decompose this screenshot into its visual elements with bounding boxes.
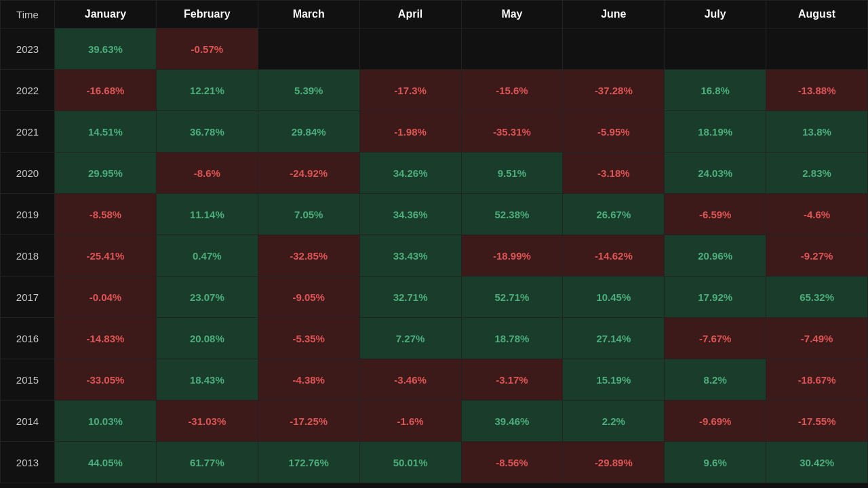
cell-2017-col2: 23.07% xyxy=(156,277,258,318)
cell-2023-col1: 39.63% xyxy=(55,28,157,70)
year-cell: 2019 xyxy=(1,194,55,235)
table-row: 2015-33.05%18.43%-4.38%-3.46%-3.17%15.19… xyxy=(1,359,868,401)
cell-2020-col1: 29.95% xyxy=(55,152,157,194)
cell-2021-col2: 36.78% xyxy=(156,111,258,152)
cell-2022-col6: -37.28% xyxy=(563,70,665,111)
cell-2020-col6: -3.18% xyxy=(563,152,665,194)
cell-2015-col6: 15.19% xyxy=(563,359,665,401)
cell-2023-col5 xyxy=(461,28,563,70)
performance-table: TimeJanuaryFebruaryMarchAprilMayJuneJuly… xyxy=(0,0,868,483)
cell-2021-col5: -35.31% xyxy=(461,111,563,152)
header-may: May xyxy=(461,1,563,28)
table-row: 202339.63%-0.57% xyxy=(1,28,868,70)
header-february: February xyxy=(156,1,258,28)
cell-2016-col2: 20.08% xyxy=(156,318,258,359)
table-row: 2018-25.41%0.47%-32.85%33.43%-18.99%-14.… xyxy=(1,235,868,277)
cell-2016-col6: 27.14% xyxy=(563,318,665,359)
cell-2016-col5: 18.78% xyxy=(461,318,563,359)
cell-2013-col6: -29.89% xyxy=(563,442,665,483)
cell-2018-col7: 20.96% xyxy=(665,235,766,277)
cell-2023-col7 xyxy=(665,28,766,70)
cell-2015-col3: -4.38% xyxy=(258,359,359,401)
cell-2020-col7: 24.03% xyxy=(665,152,766,194)
table-row: 2017-0.04%23.07%-9.05%32.71%52.71%10.45%… xyxy=(1,277,868,318)
cell-2018-col8: -9.27% xyxy=(766,235,868,277)
cell-2016-col8: -7.49% xyxy=(766,318,868,359)
cell-2021-col7: 18.19% xyxy=(665,111,766,152)
cell-2023-col8 xyxy=(766,28,868,70)
cell-2017-col3: -9.05% xyxy=(258,277,359,318)
cell-2020-col8: 2.83% xyxy=(766,152,868,194)
cell-2022-col7: 16.8% xyxy=(665,70,766,111)
cell-2021-col8: 13.8% xyxy=(766,111,868,152)
cell-2023-col4 xyxy=(359,28,461,70)
table-row: 202114.51%36.78%29.84%-1.98%-35.31%-5.95… xyxy=(1,111,868,152)
cell-2017-col4: 32.71% xyxy=(359,277,461,318)
table-row: 201410.03%-31.03%-17.25%-1.6%39.46%2.2%-… xyxy=(1,401,868,442)
cell-2014-col6: 2.2% xyxy=(563,401,665,442)
cell-2018-col4: 33.43% xyxy=(359,235,461,277)
year-cell: 2013 xyxy=(1,442,55,483)
cell-2019-col7: -6.59% xyxy=(665,194,766,235)
table-row: 201344.05%61.77%172.76%50.01%-8.56%-29.8… xyxy=(1,442,868,483)
cell-2019-col8: -4.6% xyxy=(766,194,868,235)
cell-2019-col3: 7.05% xyxy=(258,194,359,235)
cell-2023-col3 xyxy=(258,28,359,70)
cell-2016-col3: -5.35% xyxy=(258,318,359,359)
year-cell: 2015 xyxy=(1,359,55,401)
cell-2015-col5: -3.17% xyxy=(461,359,563,401)
cell-2017-col1: -0.04% xyxy=(55,277,157,318)
cell-2014-col5: 39.46% xyxy=(461,401,563,442)
cell-2021-col4: -1.98% xyxy=(359,111,461,152)
cell-2015-col7: 8.2% xyxy=(665,359,766,401)
year-cell: 2021 xyxy=(1,111,55,152)
cell-2017-col6: 10.45% xyxy=(563,277,665,318)
cell-2013-col2: 61.77% xyxy=(156,442,258,483)
year-cell: 2022 xyxy=(1,70,55,111)
cell-2022-col2: 12.21% xyxy=(156,70,258,111)
cell-2015-col1: -33.05% xyxy=(55,359,157,401)
cell-2020-col5: 9.51% xyxy=(461,152,563,194)
cell-2019-col6: 26.67% xyxy=(563,194,665,235)
cell-2018-col2: 0.47% xyxy=(156,235,258,277)
cell-2019-col1: -8.58% xyxy=(55,194,157,235)
cell-2013-col8: 30.42% xyxy=(766,442,868,483)
year-cell: 2018 xyxy=(1,235,55,277)
cell-2014-col4: -1.6% xyxy=(359,401,461,442)
cell-2013-col4: 50.01% xyxy=(359,442,461,483)
cell-2017-col8: 65.32% xyxy=(766,277,868,318)
cell-2018-col1: -25.41% xyxy=(55,235,157,277)
cell-2019-col5: 52.38% xyxy=(461,194,563,235)
year-cell: 2014 xyxy=(1,401,55,442)
year-cell: 2017 xyxy=(1,277,55,318)
header-july: July xyxy=(665,1,766,28)
cell-2018-col5: -18.99% xyxy=(461,235,563,277)
year-cell: 2020 xyxy=(1,152,55,194)
cell-2020-col3: -24.92% xyxy=(258,152,359,194)
cell-2015-col4: -3.46% xyxy=(359,359,461,401)
table-row: 2019-8.58%11.14%7.05%34.36%52.38%26.67%-… xyxy=(1,194,868,235)
cell-2014-col7: -9.69% xyxy=(665,401,766,442)
cell-2022-col5: -15.6% xyxy=(461,70,563,111)
cell-2018-col3: -32.85% xyxy=(258,235,359,277)
cell-2015-col8: -18.67% xyxy=(766,359,868,401)
cell-2023-col2: -0.57% xyxy=(156,28,258,70)
cell-2020-col4: 34.26% xyxy=(359,152,461,194)
cell-2022-col3: 5.39% xyxy=(258,70,359,111)
cell-2015-col2: 18.43% xyxy=(156,359,258,401)
header-march: March xyxy=(258,1,359,28)
year-cell: 2016 xyxy=(1,318,55,359)
header-january: January xyxy=(55,1,157,28)
header-june: June xyxy=(563,1,665,28)
cell-2022-col1: -16.68% xyxy=(55,70,157,111)
header-time: Time xyxy=(1,1,55,28)
cell-2021-col1: 14.51% xyxy=(55,111,157,152)
cell-2021-col6: -5.95% xyxy=(563,111,665,152)
table-row: 2022-16.68%12.21%5.39%-17.3%-15.6%-37.28… xyxy=(1,70,868,111)
cell-2016-col7: -7.67% xyxy=(665,318,766,359)
table-row: 2016-14.83%20.08%-5.35%7.27%18.78%27.14%… xyxy=(1,318,868,359)
cell-2023-col6 xyxy=(563,28,665,70)
cell-2016-col1: -14.83% xyxy=(55,318,157,359)
cell-2014-col2: -31.03% xyxy=(156,401,258,442)
year-cell: 2023 xyxy=(1,28,55,70)
